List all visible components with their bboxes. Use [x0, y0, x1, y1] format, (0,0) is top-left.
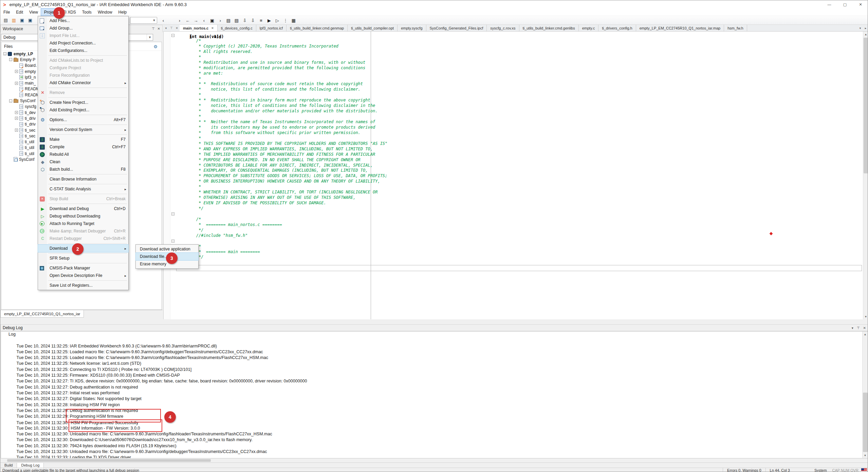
menu-item[interactable]: ▷ Debug without Downloading: [38, 212, 128, 220]
menu-item[interactable]: ⚙ Options... Alt+F7: [38, 116, 128, 124]
menu-bar-item[interactable]: View: [26, 8, 41, 16]
editor-tab[interactable]: ti_utils_build_linker.cmd.genmap: [287, 25, 348, 31]
toolbar-icon[interactable]: ▤: [2, 17, 10, 24]
menu-bar-item[interactable]: Help: [115, 8, 130, 16]
toolbar-icon[interactable]: ⇩: [249, 17, 257, 24]
menu-item[interactable]: Add CMakeLists.txt to Project: [38, 57, 128, 64]
toolbar-icon[interactable]: ▣: [208, 17, 216, 24]
menu-item[interactable]: Add Group...: [38, 24, 128, 32]
menu-item[interactable]: ✕ Stop Build Ctrl+Break: [38, 195, 128, 203]
editor-tab[interactable]: ti_drivers_config.h: [598, 25, 636, 31]
editor-tab[interactable]: SysConfig_Generated_Files.ipcf: [426, 25, 487, 31]
search-input[interactable]: ▼: [130, 17, 157, 24]
workspace-project-tab[interactable]: empty_LP_EM_CC2745R10_Q1_nortos_iar: [0, 310, 84, 318]
chevron-down-icon[interactable]: ▾: [852, 326, 853, 330]
menu-item[interactable]: ⇩ Compile Ctrl+F7: [38, 143, 128, 151]
menu-item[interactable]: ⟳ Rebuild All: [38, 151, 128, 158]
tree-expander-icon[interactable]: +: [15, 129, 18, 132]
scrollbar-thumb[interactable]: [864, 38, 868, 173]
fold-marker-icon[interactable]: −: [171, 212, 174, 215]
tree-expander-icon[interactable]: -: [3, 52, 6, 55]
toolbar-icon[interactable]: ▤: [233, 17, 240, 24]
toolbar-icon[interactable]: ←: [184, 17, 191, 24]
menu-item[interactable]: ⇩ Import File List...: [38, 32, 128, 39]
fold-marker-icon[interactable]: −: [171, 240, 174, 243]
tab-control-icon[interactable]: ✕: [174, 25, 180, 31]
tree-expander-icon[interactable]: +: [15, 82, 18, 85]
editor-vertical-scrollbar[interactable]: ▲ ▼: [863, 32, 868, 319]
menu-item[interactable]: Add CMake Connector: [38, 79, 128, 87]
menu-item[interactable]: C Restart Debugger Ctrl+Shift+R: [38, 235, 128, 242]
menu-item[interactable]: [38, 279, 128, 282]
editor-tab[interactable]: ti_utils_build_compiler.opt: [348, 25, 398, 31]
menu-item[interactable]: Add Project Connection...: [38, 39, 128, 47]
menu-item[interactable]: [38, 133, 128, 136]
submenu-item[interactable]: Download active application: [136, 245, 198, 253]
scroll-down-icon[interactable]: ▼: [863, 314, 868, 319]
menu-item[interactable]: [38, 193, 128, 195]
menu-item[interactable]: Clean Browse Information: [38, 175, 128, 183]
menu-item[interactable]: ▦ CMSIS-Pack Manager: [38, 264, 128, 272]
menu-item[interactable]: Force Reconfiguration: [38, 72, 128, 79]
toolbar-icon[interactable]: ⇩: [241, 17, 248, 24]
menu-bar-item[interactable]: Tools: [79, 8, 95, 16]
menu-item[interactable]: ⬡ Create New Project...: [38, 99, 128, 106]
menu-item[interactable]: [38, 242, 128, 245]
scroll-down-icon[interactable]: ▼: [863, 453, 868, 458]
menu-item[interactable]: SFR Setup: [38, 254, 128, 262]
menu-item[interactable]: Add Files...: [38, 17, 128, 24]
window-button[interactable]: —: [821, 0, 837, 8]
editor-tab[interactable]: main_nortos.c: [180, 25, 218, 31]
tree-expander-icon[interactable]: +: [15, 70, 18, 73]
menu-item[interactable]: Edit Configurations...: [38, 47, 128, 54]
scrollbar-thumb[interactable]: [863, 393, 868, 452]
menu-item[interactable]: ✕ Remove: [38, 89, 128, 96]
window-button[interactable]: ✕: [853, 0, 868, 8]
log-vertical-scrollbar[interactable]: ▲ ▼: [862, 332, 868, 458]
toolbar-icon[interactable]: ▦: [290, 17, 297, 24]
menu-item[interactable]: Version Control System: [38, 126, 128, 133]
pin-icon[interactable]: ⊤: [857, 326, 860, 330]
menu-item[interactable]: ⇩ Make F7: [38, 136, 128, 143]
window-button[interactable]: ▢: [837, 0, 853, 8]
menu-item[interactable]: C-STAT Static Analysis: [38, 185, 128, 193]
toolbar-icon[interactable]: ‹: [160, 17, 167, 24]
tab-control-icon[interactable]: ▾: [163, 25, 169, 31]
editor-tab[interactable]: ti_devices_config.c: [218, 25, 256, 31]
tab-scroll-icon[interactable]: ▸: [863, 25, 868, 31]
editor-tab[interactable]: empty.syscfg: [398, 25, 426, 31]
tree-expander-icon[interactable]: -: [9, 99, 12, 102]
toolbar-icon[interactable]: →: [192, 17, 200, 24]
toolbar-icon[interactable]: ▣: [26, 17, 34, 24]
chevron-down-icon[interactable]: ▼: [151, 19, 157, 22]
editor-tab[interactable]: hsm_fw.h: [724, 25, 747, 31]
menu-item[interactable]: [38, 262, 128, 264]
menu-item[interactable]: ▶ Download and Debug Ctrl+D: [38, 205, 128, 212]
close-icon[interactable]: ✕: [158, 27, 160, 31]
toolbar-icon[interactable]: [168, 17, 175, 24]
menu-item[interactable]: [38, 124, 128, 126]
menu-bar-item[interactable]: Window: [95, 8, 115, 16]
menu-item[interactable]: ▶ Attach to Running Target: [38, 220, 128, 227]
gear-icon[interactable]: ⚙: [153, 44, 158, 49]
scrollbar-thumb[interactable]: [7, 459, 211, 462]
fold-marker-icon[interactable]: −: [171, 34, 174, 37]
toolbar-icon[interactable]: ›: [217, 17, 224, 24]
toolbar-icon[interactable]: ▷: [274, 17, 281, 24]
menu-item[interactable]: [38, 203, 128, 205]
menu-item[interactable]: [38, 114, 128, 116]
close-icon[interactable]: ✕: [863, 326, 866, 330]
editor-tab[interactable]: syscfg_c.rov.xs: [487, 25, 519, 31]
editor-tab[interactable]: empty_LP_EM_CC2745R10_Q1_nortos_iar.map: [636, 25, 724, 31]
menu-bar-item[interactable]: File: [0, 8, 13, 16]
editor-tab[interactable]: lpf3_nortos.icf: [256, 25, 287, 31]
toolbar-icon[interactable]: ▶: [265, 17, 273, 24]
menu-item[interactable]: ⬡ Add Existing Project...: [38, 106, 128, 114]
toolbar-icon[interactable]: ≡: [257, 17, 265, 24]
tab-control-icon[interactable]: ⊤: [169, 25, 174, 31]
toolbar-icon[interactable]: ▣: [18, 17, 26, 24]
menu-item[interactable]: Save List of Registers...: [38, 282, 128, 289]
breakpoint-gutter[interactable]: [164, 32, 170, 319]
toolbar-icon[interactable]: ▥: [10, 17, 18, 24]
toolbar-icon[interactable]: ⋮: [282, 17, 289, 24]
